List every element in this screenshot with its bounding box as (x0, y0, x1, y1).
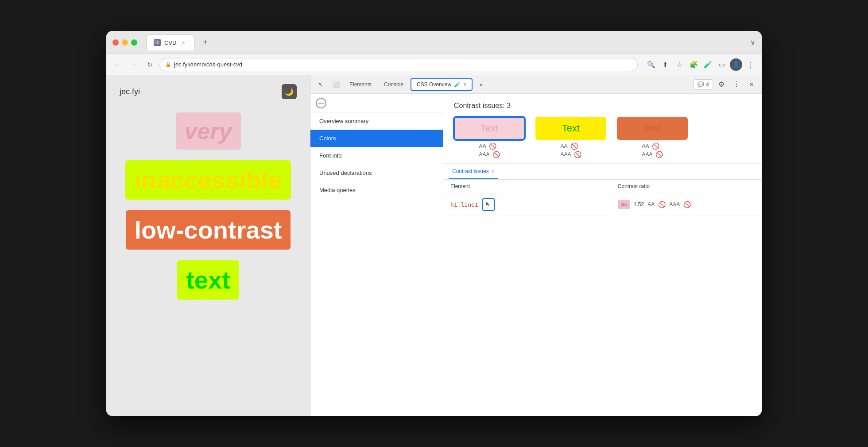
aa-label-2: AA (560, 143, 567, 149)
aa-label-3: AA (642, 143, 649, 149)
aa-rating-1: AA 🚫 (479, 143, 500, 150)
extensions-icon[interactable]: 🧩 (687, 58, 700, 71)
dark-mode-button[interactable]: 🌙 (282, 84, 297, 99)
contrast-boxes: Text AA 🚫 AAA 🚫 (454, 117, 751, 158)
close-traffic-light[interactable] (112, 39, 119, 46)
settings-button[interactable]: ⚙ (715, 78, 728, 91)
tab-css-overview[interactable]: CSS Overview 🧪 × (411, 78, 473, 91)
aa-label-1: AA (479, 143, 486, 149)
title-bar-dropdown[interactable]: ∨ (750, 38, 756, 46)
maximize-traffic-light[interactable] (131, 39, 137, 46)
address-text: jec.fyi/demo/cds-quest-cvd (174, 61, 632, 68)
aaa-rating-1: AAA 🚫 (479, 151, 500, 158)
aa-rating-2: AA 🚫 (560, 143, 581, 150)
labs-icon[interactable]: 🧪 (701, 58, 714, 71)
share-icon[interactable]: ⬆ (659, 58, 671, 71)
sidebar-item-overview-summary[interactable]: Overview summary (310, 112, 443, 130)
navigation-bar: ← → ↻ 🔒 jec.fyi/demo/cds-quest-cvd 🔍 ⬆ ☆… (106, 54, 762, 75)
tab-console[interactable]: Console (379, 79, 409, 90)
bookmark-icon[interactable]: ☆ (673, 58, 686, 71)
demo-word-low-contrast: low-contrast (126, 210, 291, 250)
devtools-close-button[interactable]: × (745, 78, 758, 91)
search-icon[interactable]: 🔍 (645, 58, 657, 71)
contrast-box-3[interactable]: Text (617, 117, 688, 140)
element-column-header: Element (450, 183, 618, 189)
demo-word-text: text (177, 260, 239, 300)
element-cell: h1.line1 (450, 198, 618, 211)
sidebar-item-font-info[interactable]: Font info (310, 147, 443, 164)
table-row: h1.line1 Aa (443, 193, 762, 216)
contrast-ratio-cell: Aa 1.52 AA 🚫 AAA 🚫 (618, 200, 755, 209)
new-tab-button[interactable]: + (199, 36, 211, 49)
aa-label: AA (647, 201, 655, 208)
bottom-tabs: Contrast issues × (443, 164, 762, 180)
contrast-box-1-wrapper: Text AA 🚫 AAA 🚫 (454, 117, 525, 158)
sidebar-icon[interactable]: ▭ (716, 58, 728, 71)
tab-elements[interactable]: Elements (344, 79, 377, 90)
more-tabs-button[interactable]: » (474, 78, 488, 91)
inspect-element-icon[interactable]: ↖ (314, 78, 327, 91)
aaa-rating-3: AAA 🚫 (642, 151, 663, 158)
aa-no-sign-3: 🚫 (652, 143, 659, 150)
table-header: Element Contrast ratio (443, 180, 762, 193)
aa-no-sign-1: 🚫 (489, 143, 496, 150)
aa-fail-icon: 🚫 (658, 201, 666, 208)
css-overview-close[interactable]: × (463, 81, 466, 88)
profile-avatar[interactable]: 👤 (730, 58, 742, 71)
contrast-detail-panel: Contrast issues × Element Contrast ratio (443, 164, 762, 416)
contrast-issues-title: Contrast issues: 3 (454, 102, 751, 110)
contrast-issues-tab[interactable]: Contrast issues × (449, 164, 498, 179)
demo-word-very: very (176, 112, 241, 150)
contrast-issues-tab-close[interactable]: × (492, 169, 494, 174)
sidebar-item-unused-declarations[interactable]: Unused declarations (310, 164, 443, 181)
browser-tab[interactable]: 🎨 CVD × (146, 35, 194, 50)
color-swatch: Aa (618, 200, 630, 209)
aaa-label: AAA (669, 201, 680, 208)
sidebar-top (310, 94, 443, 112)
reload-button[interactable]: ↻ (143, 58, 156, 71)
contrast-ratio-value: 1.52 (634, 201, 644, 208)
menu-icon[interactable]: ⋮ (744, 58, 756, 71)
page-header: jec.fyi 🌙 (120, 84, 297, 99)
aaa-label-3: AAA (642, 151, 652, 158)
devtools-main-area: Contrast issues: 3 Text AA 🚫 (443, 94, 762, 416)
traffic-lights (112, 39, 137, 46)
aaa-no-sign-1: 🚫 (492, 151, 500, 158)
forward-button: → (128, 58, 140, 71)
minimize-traffic-light[interactable] (122, 39, 128, 46)
address-bar[interactable]: 🔒 jec.fyi/demo/cds-quest-cvd (159, 58, 638, 71)
sidebar-item-media-queries[interactable]: Media queries (310, 181, 443, 199)
aaa-no-sign-2: 🚫 (574, 151, 581, 158)
contrast-ratings-3: AA 🚫 AAA 🚫 (642, 143, 663, 158)
aaa-label-1: AAA (479, 151, 489, 158)
aaa-rating-2: AAA 🚫 (560, 151, 581, 158)
tab-close-button[interactable]: × (180, 39, 187, 46)
devtools-body: Overview summary Colors Font info Unused… (310, 94, 762, 416)
main-content: jec.fyi 🌙 very inaccessible low-contrast… (106, 75, 762, 416)
contrast-box-2-wrapper: Text AA 🚫 AAA 🚫 (535, 117, 606, 158)
devtools-header: ↖ ⬜ Elements Console CSS Overview 🧪 × » … (310, 75, 762, 94)
aaa-fail-icon: 🚫 (683, 201, 691, 208)
aa-no-sign-2: 🚫 (570, 143, 578, 150)
contrast-ratings-2: AA 🚫 AAA 🚫 (560, 143, 581, 158)
element-selector: h1.line1 (450, 201, 478, 208)
page-content: jec.fyi 🌙 very inaccessible low-contrast… (106, 75, 310, 416)
title-bar: 🎨 CVD × + ∨ (106, 31, 762, 54)
demo-word-inaccessible: inaccessible (125, 160, 291, 200)
swatch-label: Aa (621, 202, 627, 207)
kebab-menu-button[interactable]: ⋮ (730, 78, 743, 91)
device-toolbar-icon[interactable]: ⬜ (329, 78, 342, 91)
contrast-box-1[interactable]: Text (454, 117, 525, 140)
contrast-box-2[interactable]: Text (535, 117, 606, 140)
contrast-ratio-column-header: Contrast ratio (618, 183, 755, 189)
sidebar-item-colors[interactable]: Colors (310, 130, 443, 147)
issues-icon: 💬 (698, 81, 704, 88)
aa-rating-3: AA 🚫 (642, 143, 663, 150)
nav-icons: 🔍 ⬆ ☆ 🧩 🧪 ▭ 👤 ⋮ (645, 58, 756, 71)
no-entry-icon (316, 98, 326, 108)
contrast-issues-tab-label: Contrast issues (452, 168, 489, 174)
lock-icon: 🔒 (165, 62, 171, 67)
issues-badge[interactable]: 💬 4 (694, 79, 713, 90)
contrast-issues-header: Contrast issues: 3 Text AA 🚫 (443, 94, 762, 164)
inspect-element-button[interactable] (482, 198, 495, 211)
